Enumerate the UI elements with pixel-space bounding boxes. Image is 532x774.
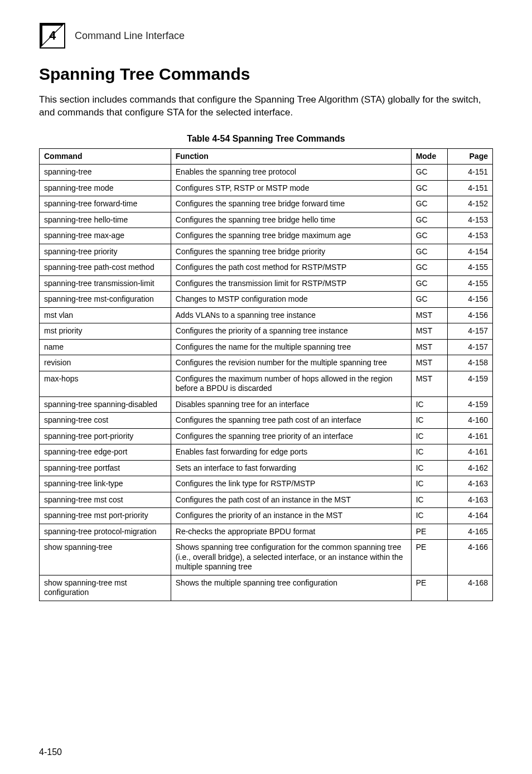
cell-page: 4-152 — [447, 196, 492, 212]
table-row: spanning-tree forward-timeConfigures the… — [40, 196, 493, 212]
cell-page: 4-151 — [447, 165, 492, 181]
cell-command: spanning-tree — [40, 165, 171, 181]
cell-page: 4-164 — [447, 508, 492, 524]
table-row: spanning-tree mst costConfigures the pat… — [40, 492, 493, 508]
table-row: spanning-tree hello-timeConfigures the s… — [40, 212, 493, 228]
cell-mode: GC — [411, 165, 447, 181]
cell-mode: GC — [411, 228, 447, 244]
table-row: show spanning-treeShows spanning tree co… — [40, 540, 493, 575]
cell-function: Configures the spanning tree bridge maxi… — [171, 228, 411, 244]
spanning-tree-commands-table: Command Function Mode Page spanning-tree… — [39, 148, 493, 601]
cell-page: 4-156 — [447, 307, 492, 323]
cell-page: 4-161 — [447, 428, 492, 444]
col-header-function: Function — [171, 148, 411, 165]
cell-mode: PE — [411, 524, 447, 540]
table-row: spanning-tree portfastSets an interface … — [40, 460, 493, 476]
cell-function: Configures STP, RSTP or MSTP mode — [171, 180, 411, 196]
cell-mode: IC — [411, 476, 447, 492]
cell-mode: PE — [411, 575, 447, 601]
cell-mode: GC — [411, 292, 447, 308]
cell-mode: IC — [411, 444, 447, 461]
cell-command: spanning-tree mst cost — [40, 492, 171, 508]
cell-mode: IC — [411, 492, 447, 508]
cell-function: Configures the priority of a spanning tr… — [171, 323, 411, 340]
table-row: mst vlanAdds VLANs to a spanning tree in… — [40, 307, 493, 323]
table-caption: Table 4-54 Spanning Tree Commands — [39, 134, 493, 144]
table-row: spanning-tree modeConfigures STP, RSTP o… — [40, 180, 493, 196]
cell-mode: IC — [411, 428, 447, 444]
cell-command: mst vlan — [40, 307, 171, 323]
cell-page: 4-151 — [447, 180, 492, 196]
table-row: nameConfigures the name for the multiple… — [40, 339, 493, 355]
cell-page: 4-163 — [447, 492, 492, 508]
cell-mode: GC — [411, 244, 447, 260]
cell-mode: GC — [411, 196, 447, 212]
cell-mode: GC — [411, 275, 447, 292]
cell-page: 4-166 — [447, 540, 492, 575]
table-row: mst priorityConfigures the priority of a… — [40, 323, 493, 340]
cell-page: 4-163 — [447, 476, 492, 492]
cell-mode: MST — [411, 323, 447, 340]
cell-command: revision — [40, 355, 171, 371]
cell-function: Configures the spanning tree priority of… — [171, 428, 411, 444]
cell-command: spanning-tree port-priority — [40, 428, 171, 444]
cell-mode: MST — [411, 355, 447, 371]
cell-function: Enables fast forwarding for edge ports — [171, 444, 411, 461]
cell-page: 4-160 — [447, 413, 492, 429]
page-header: 4 Command Line Interface — [39, 22, 493, 49]
cell-command: spanning-tree portfast — [40, 460, 171, 476]
cell-command: show spanning-tree — [40, 540, 171, 575]
cell-function: Configures the path cost of an instance … — [171, 492, 411, 508]
table-row: spanning-tree transmission-limitConfigur… — [40, 275, 493, 292]
cell-function: Shows spanning tree configuration for th… — [171, 540, 411, 575]
cell-mode: GC — [411, 260, 447, 276]
cell-function: Configures the link type for RSTP/MSTP — [171, 476, 411, 492]
cell-command: spanning-tree cost — [40, 413, 171, 429]
cell-page: 4-157 — [447, 339, 492, 355]
cell-function: Re-checks the appropriate BPDU format — [171, 524, 411, 540]
cell-mode: PE — [411, 540, 447, 575]
cell-function: Configures the spanning tree bridge forw… — [171, 196, 411, 212]
cell-function: Configures the priority of an instance i… — [171, 508, 411, 524]
cell-command: spanning-tree hello-time — [40, 212, 171, 228]
cell-page: 4-168 — [447, 575, 492, 601]
cell-page: 4-155 — [447, 260, 492, 276]
cell-mode: MST — [411, 307, 447, 323]
cell-mode: IC — [411, 413, 447, 429]
cell-page: 4-159 — [447, 396, 492, 413]
table-row: spanning-tree edge-portEnables fast forw… — [40, 444, 493, 461]
cell-command: spanning-tree spanning-disabled — [40, 396, 171, 413]
table-row: spanning-tree link-typeConfigures the li… — [40, 476, 493, 492]
section-intro: This section includes commands that conf… — [39, 94, 493, 119]
cell-mode: GC — [411, 180, 447, 196]
cell-mode: MST — [411, 339, 447, 355]
table-row: spanning-tree priorityConfigures the spa… — [40, 244, 493, 260]
cell-function: Configures the spanning tree path cost o… — [171, 413, 411, 429]
chapter-number: 4 — [39, 22, 66, 49]
col-header-page: Page — [447, 148, 492, 165]
cell-function: Changes to MSTP configuration mode — [171, 292, 411, 308]
table-row: revisionConfigures the revision number f… — [40, 355, 493, 371]
cell-command: spanning-tree mst port-priority — [40, 508, 171, 524]
cell-page: 4-159 — [447, 371, 492, 396]
table-row: spanning-tree port-priorityConfigures th… — [40, 428, 493, 444]
cell-command: spanning-tree forward-time — [40, 196, 171, 212]
chapter-badge: 4 — [39, 22, 66, 49]
col-header-mode: Mode — [411, 148, 447, 165]
cell-page: 4-154 — [447, 244, 492, 260]
cell-function: Configures the spanning tree bridge hell… — [171, 212, 411, 228]
table-row: max-hopsConfigures the maximum number of… — [40, 371, 493, 396]
table-row: show spanning-tree mst configurationShow… — [40, 575, 493, 601]
cell-command: spanning-tree path-cost method — [40, 260, 171, 276]
section-title: Spanning Tree Commands — [39, 65, 493, 84]
cell-page: 4-162 — [447, 460, 492, 476]
cell-function: Configures the spanning tree bridge prio… — [171, 244, 411, 260]
cell-command: spanning-tree edge-port — [40, 444, 171, 461]
table-row: spanning-tree protocol-migrationRe-check… — [40, 524, 493, 540]
page-number: 4-150 — [39, 747, 62, 757]
cell-page: 4-157 — [447, 323, 492, 340]
table-header-row: Command Function Mode Page — [40, 148, 493, 165]
col-header-command: Command — [40, 148, 171, 165]
cell-mode: IC — [411, 396, 447, 413]
table-row: spanning-tree mst-configurationChanges t… — [40, 292, 493, 308]
